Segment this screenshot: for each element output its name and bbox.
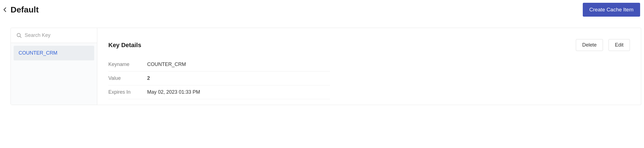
detail-value: May 02, 2023 01:33 PM	[147, 89, 200, 95]
detail-value: 2	[147, 75, 150, 81]
page-title: Default	[11, 5, 39, 14]
back-button[interactable]	[3, 7, 7, 13]
delete-button[interactable]: Delete	[576, 39, 603, 51]
search-input[interactable]	[25, 32, 91, 38]
detail-row-value: Value 2	[108, 72, 330, 85]
details-panel: Key Details Delete Edit Keyname COUNTER_…	[97, 28, 641, 105]
detail-label: Expires In	[108, 89, 147, 95]
sidebar: COUNTER_CRM	[11, 28, 97, 105]
header-left: Default	[3, 5, 39, 14]
page-header: Default Create Cache Item	[3, 3, 641, 17]
search-icon	[16, 33, 22, 38]
create-cache-item-button[interactable]: Create Cache Item	[583, 3, 640, 17]
detail-row-expires: Expires In May 02, 2023 01:33 PM	[108, 85, 330, 99]
detail-value: COUNTER_CRM	[147, 62, 186, 67]
content-panel: COUNTER_CRM Key Details Delete Edit Keyn…	[11, 28, 641, 105]
chevron-left-icon	[3, 7, 7, 13]
key-item-counter-crm[interactable]: COUNTER_CRM	[14, 46, 94, 60]
key-list: COUNTER_CRM	[11, 43, 97, 105]
svg-line-1	[20, 36, 21, 38]
detail-row-keyname: Keyname COUNTER_CRM	[108, 58, 330, 72]
details-header: Key Details Delete Edit	[108, 39, 630, 51]
detail-label: Keyname	[108, 62, 147, 67]
detail-label: Value	[108, 75, 147, 81]
edit-button[interactable]: Edit	[609, 39, 630, 51]
search-box	[11, 28, 97, 43]
action-buttons: Delete Edit	[576, 39, 630, 51]
details-title: Key Details	[108, 42, 141, 49]
